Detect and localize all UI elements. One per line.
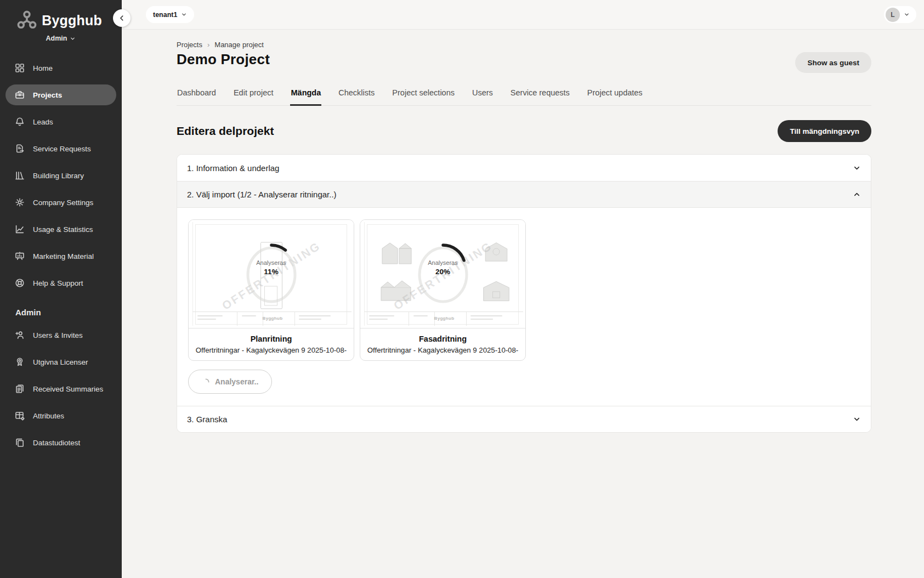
lifebuoy-icon xyxy=(14,277,25,288)
chevron-left-icon xyxy=(118,14,126,22)
drawing-card-planritning[interactable]: OFFERTRITNING Analyseras 11% xyxy=(188,219,354,361)
sidebar-item-label: Projects xyxy=(33,91,62,99)
briefcase-icon xyxy=(14,89,25,100)
document-arrow-icon xyxy=(14,143,25,154)
editor-heading: Editera delprojekt xyxy=(177,124,274,138)
sidebar-item-leads[interactable]: Leads xyxy=(5,111,116,132)
sidebar-item-label: Marketing Material xyxy=(33,252,94,260)
drawing-caption: Offertritningar - Kagalyckevägen 9 2025-… xyxy=(367,346,519,354)
drawing-meta: Planritning Offertritningar - Kagalyckev… xyxy=(189,328,354,360)
till-mangdningsvyn-button[interactable]: Till mängdningsvyn xyxy=(778,120,871,142)
line-chart-icon xyxy=(14,224,25,235)
user-menu[interactable]: L xyxy=(884,6,916,23)
breadcrumb-manage-project[interactable]: Manage project xyxy=(214,41,264,49)
chevron-down-icon xyxy=(181,12,187,18)
sidebar-item-building-library[interactable]: Building Library xyxy=(5,165,116,186)
sidebar-item-label: Leads xyxy=(33,118,53,126)
tab-dashboard[interactable]: Dashboard xyxy=(177,84,217,105)
bygghub-logo-icon xyxy=(16,10,37,31)
tenant-selector[interactable]: tenant1 xyxy=(146,6,194,23)
breadcrumb-projects[interactable]: Projects xyxy=(177,41,202,49)
sidebar-nav: Home Projects Leads Service Requests Bui… xyxy=(0,58,122,453)
sidebar-item-label: Datastudiotest xyxy=(33,439,80,447)
breadcrumb: Projects › Manage project xyxy=(177,41,871,49)
sidebar-item-received-summaries[interactable]: Received Summaries xyxy=(5,378,116,399)
drawing-cards: OFFERTRITNING Analyseras 11% xyxy=(188,219,860,361)
gear-icon xyxy=(14,197,25,208)
table-gear-icon xyxy=(14,410,25,421)
title-block: Bygghub xyxy=(364,311,523,326)
sidebar-item-company-settings[interactable]: Company Settings xyxy=(5,192,116,213)
sidebar-item-label: Users & Invites xyxy=(33,331,83,339)
presentation-icon xyxy=(14,251,25,262)
sidebar-item-datastudiotest[interactable]: Datastudiotest xyxy=(5,432,116,453)
sidebar-item-label: Company Settings xyxy=(33,199,93,207)
tab-project-updates[interactable]: Project updates xyxy=(587,84,643,105)
tab-users[interactable]: Users xyxy=(472,84,494,105)
progress-percent: 20% xyxy=(435,268,450,276)
sidebar-item-service-requests[interactable]: Service Requests xyxy=(5,138,116,159)
sidebar-item-utgivna-licenser[interactable]: Utgivna Licenser xyxy=(5,352,116,372)
drawing-thumbnail: OFFERTRITNING Analyseras 11% xyxy=(189,220,354,328)
tenant-label: tenant1 xyxy=(153,11,177,19)
role-label: Admin xyxy=(46,35,67,42)
sidebar-item-users-invites[interactable]: Users & Invites xyxy=(5,325,116,345)
sidebar-admin-section-label: Admin xyxy=(15,308,116,317)
spinner-icon xyxy=(202,378,210,386)
accordion: 1. Information & underlag 2. Välj import… xyxy=(177,154,871,433)
analyzing-button-label: Analyserar.. xyxy=(215,377,258,386)
sidebar-item-marketing-material[interactable]: Marketing Material xyxy=(5,246,116,267)
accordion-label: 1. Information & underlag xyxy=(187,163,279,173)
sidebar-item-label: Building Library xyxy=(33,172,84,180)
home-icon xyxy=(14,63,25,73)
sheet-brand: Bygghub xyxy=(263,316,283,321)
drawing-meta: Fasadritning Offertritningar - Kagalycke… xyxy=(360,328,525,360)
drawing-thumbnail: OFFERTRITNING Analyseras 20% xyxy=(360,220,525,328)
chevron-down-icon xyxy=(904,12,910,18)
sidebar-item-label: Usage & Statistics xyxy=(33,225,93,234)
bell-icon xyxy=(14,116,25,127)
drawing-title: Planritning xyxy=(195,335,347,343)
accordion-section-valj-import[interactable]: 2. Välj import (1/2 - Analyserar ritning… xyxy=(177,181,871,207)
sidebar-item-home[interactable]: Home xyxy=(5,58,116,78)
content: Projects › Manage project Demo Project S… xyxy=(122,30,924,578)
accordion-label: 3. Granska xyxy=(187,415,227,424)
facade-glyph xyxy=(481,279,511,303)
editor-header: Editera delprojekt Till mängdningsvyn xyxy=(177,120,871,142)
analyzing-button[interactable]: Analyserar.. xyxy=(188,370,272,394)
sidebar-item-label: Attributes xyxy=(33,412,64,420)
tab-mangda[interactable]: Mängda xyxy=(290,84,321,106)
drawing-card-fasadritning[interactable]: OFFERTRITNING Analyseras 20% xyxy=(360,219,526,361)
tab-service-requests[interactable]: Service requests xyxy=(510,84,570,105)
sidebar-item-label: Help & Support xyxy=(33,279,83,287)
sidebar-item-attributes[interactable]: Attributes xyxy=(5,405,116,426)
stacked-documents-icon xyxy=(14,383,25,394)
tab-edit-project[interactable]: Edit project xyxy=(233,84,274,105)
page-header: Demo Project Show as guest xyxy=(177,51,871,73)
sidebar-item-projects[interactable]: Projects xyxy=(5,84,116,105)
breadcrumb-separator: › xyxy=(207,41,209,49)
sidebar-item-label: Received Summaries xyxy=(33,385,103,393)
sidebar: Bygghub Admin Home Projects Leads Servic… xyxy=(0,0,122,578)
show-as-guest-button[interactable]: Show as guest xyxy=(795,52,871,73)
sidebar-collapse-button[interactable] xyxy=(113,9,131,27)
topbar: tenant1 L xyxy=(122,0,924,30)
drawing-caption: Offertritningar - Kagalyckevägen 9 2025-… xyxy=(195,346,347,354)
progress-status: Analyseras xyxy=(256,259,286,266)
medal-icon xyxy=(14,356,25,367)
accordion-section-information[interactable]: 1. Information & underlag xyxy=(177,155,871,181)
title-block: Bygghub xyxy=(192,311,352,326)
tab-checklists[interactable]: Checklists xyxy=(338,84,375,105)
avatar: L xyxy=(886,8,900,22)
brand-name: Bygghub xyxy=(42,13,102,29)
accordion-label: 2. Välj import (1/2 - Analyserar ritning… xyxy=(187,190,337,199)
role-selector[interactable]: Admin xyxy=(0,35,122,42)
tab-bar: Dashboard Edit project Mängda Checklists… xyxy=(177,84,871,106)
sidebar-item-usage-statistics[interactable]: Usage & Statistics xyxy=(5,219,116,240)
tab-project-selections[interactable]: Project selections xyxy=(392,84,455,105)
page-title: Demo Project xyxy=(177,51,270,68)
sidebar-item-help-support[interactable]: Help & Support xyxy=(5,273,116,293)
drawing-title: Fasadritning xyxy=(367,335,519,343)
progress-text: Analyseras 20% xyxy=(360,259,525,276)
accordion-section-granska[interactable]: 3. Granska xyxy=(177,406,871,432)
